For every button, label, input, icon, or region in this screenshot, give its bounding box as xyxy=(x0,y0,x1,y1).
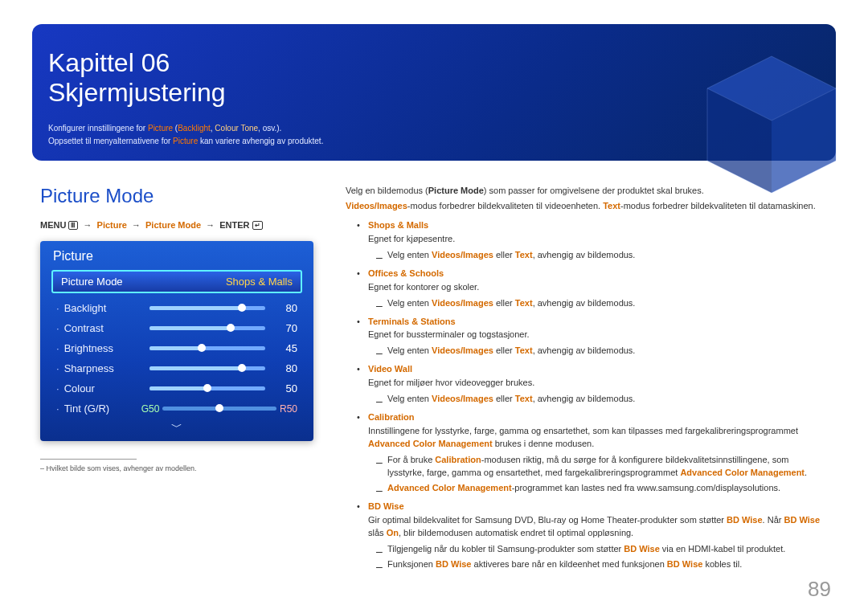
cube-decoration xyxy=(691,40,852,201)
slider-track[interactable] xyxy=(149,306,265,310)
mode-subitem: Advanced Color Management-programmet kan… xyxy=(368,482,828,495)
menu-label: MENU xyxy=(40,220,66,230)
osd-picture-panel: Picture Picture Mode Shops & Malls ·Back… xyxy=(40,241,313,441)
mode-subitem: Tilgjengelig når du kobler til Samsung-p… xyxy=(368,543,828,556)
mode-subitem: Velg enten Videos/Images eller Text, avh… xyxy=(368,393,828,406)
mode-item: Shops & MallsEgnet for kjøpesentre.Velg … xyxy=(346,219,828,262)
txt: -modus forbedrer bildekvaliteten til vid… xyxy=(407,201,603,210)
path-picture: Picture xyxy=(97,220,127,230)
mode-name: Calibration xyxy=(368,412,414,422)
mode-name: Terminals & Stations xyxy=(368,317,456,326)
txt: Oppsettet til menyalternativene for xyxy=(48,137,173,145)
slider-row-backlight[interactable]: ·Backlight80 xyxy=(51,298,302,318)
chapter-heading: Kapittel 06 Skjermjustering Konfigurer i… xyxy=(48,48,323,148)
tint-slider[interactable] xyxy=(162,407,276,411)
txt: ) som passer for omgivelsene der produkt… xyxy=(484,186,704,195)
mode-item: Video WallEgnet for miljøer hvor videove… xyxy=(346,363,828,406)
slider-track[interactable] xyxy=(149,366,265,370)
picture-mode-label: Picture Mode xyxy=(61,276,123,288)
page-number: 89 xyxy=(808,577,831,602)
panel-title: Picture xyxy=(51,249,302,264)
mode-desc: Egnet for miljøer hvor videovegger bruke… xyxy=(368,377,828,390)
mode-subitem: Velg enten Videos/Images eller Text, avh… xyxy=(368,297,828,310)
mode-desc: Gir optimal bildekvalitet for Samsung DV… xyxy=(368,514,828,540)
txt: Text xyxy=(603,201,620,210)
mode-name: Video Wall xyxy=(368,364,412,374)
tint-g-value: G50 xyxy=(141,403,163,415)
menu-icon: Ⅲ xyxy=(68,221,78,230)
tint-row[interactable]: · Tint (G/R) G50 R50 xyxy=(51,398,302,419)
highlight-picture: Picture xyxy=(173,137,198,145)
mode-item: CalibrationInnstillingene for lysstyrke,… xyxy=(346,411,828,495)
txt: Konfigurer innstillingene for xyxy=(48,124,148,133)
slider-label: Backlight xyxy=(64,302,141,314)
slider-label: Sharpness xyxy=(64,362,141,374)
picture-mode-row[interactable]: Picture Mode Shops & Malls xyxy=(51,270,302,293)
mode-item: Terminals & StationsEgnet for busstermin… xyxy=(346,316,828,358)
footnote: – Hvilket bilde som vises, avhenger av m… xyxy=(40,464,313,472)
description-column: Velg en bildemodus (Picture Mode) som pa… xyxy=(346,185,828,589)
footnote-divider xyxy=(40,459,137,460)
highlight-colour-tone: Colour Tone xyxy=(215,124,258,133)
menu-path: MENU Ⅲ → Picture → Picture Mode → ENTER … xyxy=(40,220,313,230)
txt: Velg en bildemodus ( xyxy=(346,186,428,195)
mode-subitem: Velg enten Videos/Images eller Text, avh… xyxy=(368,345,828,358)
mode-subitem: Funksjonen BD Wise aktiveres bare når en… xyxy=(368,558,828,571)
slider-value: 45 xyxy=(273,342,297,354)
footnote-text: Hvilket bilde som vises, avhenger av mod… xyxy=(47,464,197,472)
highlight-backlight: Backlight xyxy=(178,124,211,133)
slider-label: Contrast xyxy=(64,322,141,334)
slider-track[interactable] xyxy=(149,326,265,330)
mode-name: BD Wise xyxy=(368,501,404,511)
mode-desc: Egnet for kontorer og skoler. xyxy=(368,281,828,294)
slider-row-contrast[interactable]: ·Contrast70 xyxy=(51,318,302,338)
slider-label: Brightness xyxy=(64,342,141,354)
mode-item: BD WiseGir optimal bildekvalitet for Sam… xyxy=(346,501,828,571)
txt: -modus forbedrer bildekvaliteten til dat… xyxy=(620,201,816,210)
chapter-subtext: Konfigurer innstillingene for Picture (B… xyxy=(48,122,323,148)
slider-value: 70 xyxy=(273,322,297,334)
tint-r-value: R50 xyxy=(276,403,297,415)
picture-mode-value: Shops & Malls xyxy=(226,276,293,288)
section-title: Picture Mode xyxy=(40,185,313,207)
chapter-number: Kapittel 06 xyxy=(48,48,170,77)
slider-track[interactable] xyxy=(149,386,265,390)
tint-label: Tint (G/R) xyxy=(64,403,141,415)
slider-value: 80 xyxy=(273,302,297,314)
txt: , osv.). xyxy=(258,124,281,133)
mode-subitem: For å bruke Calibration-modusen riktig, … xyxy=(368,454,828,480)
enter-label: ENTER xyxy=(219,220,249,230)
chapter-title: Skjermjustering xyxy=(48,78,226,107)
mode-desc: Innstillingene for lysstyrke, farge, gam… xyxy=(368,425,828,451)
slider-row-sharpness[interactable]: ·Sharpness80 xyxy=(51,358,302,378)
txt: Picture Mode xyxy=(428,186,484,195)
highlight-picture: Picture xyxy=(148,124,173,133)
slider-label: Colour xyxy=(64,382,141,394)
txt: kan variere avhengig av produktet. xyxy=(198,137,323,145)
enter-icon: ↵ xyxy=(252,221,263,230)
mode-name: Offices & Schools xyxy=(368,268,444,278)
mode-desc: Egnet for kjøpesentre. xyxy=(368,233,828,246)
slider-value: 80 xyxy=(273,362,297,374)
mode-item: Offices & SchoolsEgnet for kontorer og s… xyxy=(346,268,828,310)
chevron-down-icon[interactable]: ﹀ xyxy=(51,419,302,435)
path-picture-mode: Picture Mode xyxy=(145,220,201,230)
mode-name: Shops & Malls xyxy=(368,220,428,230)
txt: Videos/Images xyxy=(346,201,407,210)
slider-track[interactable] xyxy=(149,346,265,350)
slider-row-colour[interactable]: ·Colour50 xyxy=(51,378,302,398)
mode-subitem: Velg enten Videos/Images eller Text, avh… xyxy=(368,249,828,262)
mode-desc: Egnet for bussterminaler og togstasjoner… xyxy=(368,329,828,341)
slider-value: 50 xyxy=(273,382,297,394)
slider-row-brightness[interactable]: ·Brightness45 xyxy=(51,338,302,358)
